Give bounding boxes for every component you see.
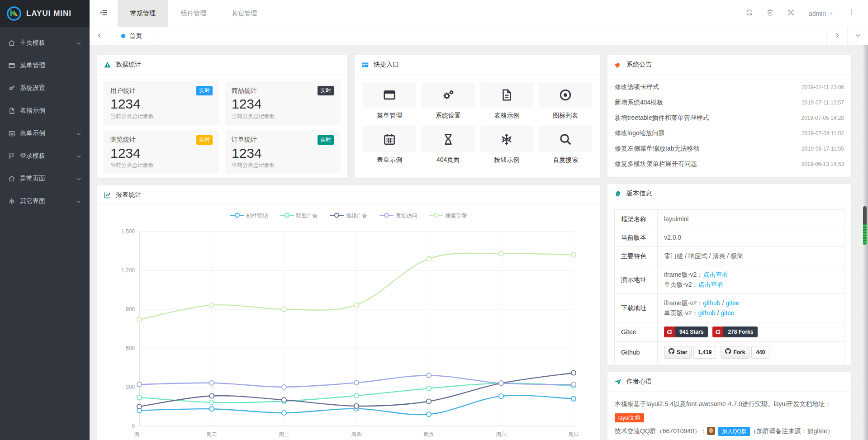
- sidebar-item-8[interactable]: 其它界面: [0, 190, 90, 213]
- announcement-item-1[interactable]: 修改选项卡样式2019-07-11 23:06: [607, 80, 851, 95]
- sidebar-item-label: 主页模板: [20, 39, 76, 47]
- quick-item-3[interactable]: 表格示例: [480, 82, 534, 120]
- user-menu[interactable]: admin: [802, 10, 841, 17]
- sidebar-item-label: 菜单管理: [20, 62, 81, 70]
- stat-value: 1234: [232, 145, 334, 162]
- sidebar-item-3[interactable]: 系统设置: [0, 77, 90, 99]
- version-link[interactable]: github: [698, 309, 715, 317]
- sidebar-item-label: 系统设置: [20, 84, 81, 92]
- gitee-badge[interactable]: G941 Stars: [664, 326, 708, 337]
- qq-group-badge[interactable]: 加入QQ群: [718, 427, 750, 436]
- top-nav-tab-3[interactable]: 其它管理: [219, 0, 270, 27]
- quick-item-label: 菜单管理: [363, 112, 416, 120]
- clear-cache-button[interactable]: [760, 0, 781, 27]
- version-row-value: iframe版-v2：点击查看单页版-v2：点击查看: [658, 265, 844, 294]
- announcement-card-header: 系统公告: [607, 55, 851, 75]
- tab-home[interactable]: 首页: [110, 27, 153, 45]
- quick-item-5[interactable]: 表单示例: [363, 126, 416, 164]
- version-row-label: 当前版本: [615, 228, 658, 247]
- report-card: 报表统计 邮件营销联盟广告视频广告直接访问搜索引擎 03006009001,20…: [97, 185, 600, 440]
- version-link[interactable]: 点击查看: [703, 271, 728, 278]
- legend-marker: [330, 213, 344, 219]
- quick-item-7[interactable]: 按钮示例: [480, 126, 534, 164]
- announcement-item-6[interactable]: 修复多模块菜单栏展开有问题2019-06-13 14:53: [607, 156, 851, 172]
- calendar-icon: [363, 126, 416, 152]
- author-line-1: 本模板基于layui2.5.4以及font-awesome-4.7.0进行实现。…: [615, 400, 831, 407]
- sidebar-menu: 主页模板菜单管理系统设置表格示例表单示例登录模板异常页面其它界面: [0, 27, 90, 213]
- github-button-label: Fork: [721, 346, 749, 359]
- quick-item-2[interactable]: 系统设置: [422, 82, 475, 120]
- version-link[interactable]: gitee: [726, 299, 739, 307]
- version-row-3: 主要特色零门槛 / 响应式 / 清爽 / 极简: [615, 247, 844, 265]
- legend-item-5[interactable]: 搜索引擎: [429, 212, 467, 220]
- version-link[interactable]: 点击查看: [698, 281, 723, 288]
- quick-item-1[interactable]: 菜单管理: [363, 82, 416, 120]
- sidebar-item-6[interactable]: 登录模板: [0, 145, 90, 167]
- tabs-scroll-right-button[interactable]: [826, 27, 847, 45]
- author-body: 本模板基于layui2.5.4以及font-awesome-4.7.0进行实现。…: [607, 392, 851, 440]
- version-row-value: v2.0.0: [658, 228, 844, 247]
- author-card: 作者心语 本模板基于layui2.5.4以及font-awesome-4.7.0…: [607, 372, 851, 440]
- github-star-button[interactable]: Star1,419: [664, 346, 716, 359]
- announcement-item-5[interactable]: 修复左侧菜单缩放tab无法移动2019-06-17 11:55: [607, 141, 851, 156]
- stats-card: 数据统计 用户统计实时1234当前分类总记录数商品统计实时1234当前分类总记录…: [97, 55, 347, 178]
- stat-box-top: 订单统计实时: [232, 135, 334, 145]
- sidebar-item-7[interactable]: 异常页面: [0, 167, 90, 190]
- legend-item-1[interactable]: 邮件营销: [230, 212, 268, 220]
- file-icon: [8, 107, 15, 114]
- octocat-icon: [669, 347, 674, 357]
- topbar-actions: admin: [739, 0, 868, 27]
- version-link[interactable]: github: [703, 299, 720, 307]
- legend-label: 视频广告: [346, 212, 368, 220]
- announcement-item-3[interactable]: 新增treetable插件和菜单管理样式2019-07-05 14:28: [607, 110, 851, 126]
- stat-realtime-badge: 实时: [318, 135, 334, 145]
- github-fork-button[interactable]: Fork440: [721, 346, 769, 359]
- kebab-icon: [848, 9, 855, 18]
- logo[interactable]: LAYUI MINI: [0, 0, 90, 27]
- tabs-scroll-left-button[interactable]: [90, 27, 110, 45]
- stats-card-header: 数据统计: [97, 55, 347, 75]
- report-card-header: 报表统计: [97, 185, 600, 205]
- snowflake-icon: [8, 198, 15, 205]
- monkey-emoji-icon: [707, 427, 715, 435]
- version-link[interactable]: gitee: [721, 309, 734, 317]
- gitee-badge[interactable]: G278 Forks: [712, 326, 758, 337]
- stat-box-top: 用户统计实时: [110, 86, 213, 95]
- fullscreen-button[interactable]: [781, 0, 802, 27]
- more-menu-button[interactable]: [841, 0, 862, 27]
- legend-item-2[interactable]: 联盟广告: [280, 212, 318, 220]
- version-row-value: G941 StarsG278 Forks: [658, 322, 844, 342]
- legend-marker: [280, 213, 294, 219]
- legend-item-3[interactable]: 视频广告: [330, 212, 368, 220]
- layui-doc-badge[interactable]: layui文档: [615, 413, 644, 422]
- sidebar-item-1[interactable]: 主页模板: [0, 32, 90, 54]
- refresh-button[interactable]: [739, 0, 760, 27]
- sidebar-item-5[interactable]: 表单示例: [0, 122, 90, 145]
- svg-text:0: 0: [132, 423, 135, 429]
- warning-icon: [104, 61, 111, 69]
- quick-item-4[interactable]: 图标列表: [539, 82, 592, 120]
- scrollbar-track[interactable]: [862, 45, 868, 440]
- top-nav-tab-1[interactable]: 常规管理: [118, 0, 168, 27]
- announcement-item-2[interactable]: 新增系统404模板2019-07-11 12:57: [607, 95, 851, 110]
- quick-item-8[interactable]: 百度搜索: [539, 126, 592, 164]
- legend-item-4[interactable]: 直接访问: [379, 212, 417, 220]
- scrollbar-thumb[interactable]: [863, 206, 867, 246]
- version-link-line: 单页版-v2：github / gitee: [664, 308, 838, 318]
- gears-icon: [8, 85, 15, 92]
- announcement-item-4[interactable]: 修改logo缩放问题2019-07-04 11:02: [607, 126, 851, 141]
- search-icon: [539, 126, 592, 152]
- quick-item-6[interactable]: 404页面: [422, 126, 475, 164]
- author-line-2: 技术交流QQ群（667010940）：: [615, 427, 707, 435]
- sidebar-item-4[interactable]: 表格示例: [0, 99, 90, 122]
- announcement-date: 2019-07-05 14:28: [801, 115, 844, 121]
- sidebar-item-2[interactable]: 菜单管理: [0, 54, 90, 77]
- menu-toggle-button[interactable]: [90, 0, 118, 27]
- version-row-value: layuimini: [658, 210, 844, 228]
- author-card-header: 作者心语: [607, 372, 851, 392]
- left-column: 数据统计 用户统计实时1234当前分类总记录数商品统计实时1234当前分类总记录…: [97, 55, 600, 440]
- version-row-label: 下载地址: [615, 294, 658, 322]
- credit-card-icon: [361, 61, 369, 69]
- top-nav-tab-2[interactable]: 组件管理: [168, 0, 219, 27]
- tabs-menu-button[interactable]: [847, 27, 868, 45]
